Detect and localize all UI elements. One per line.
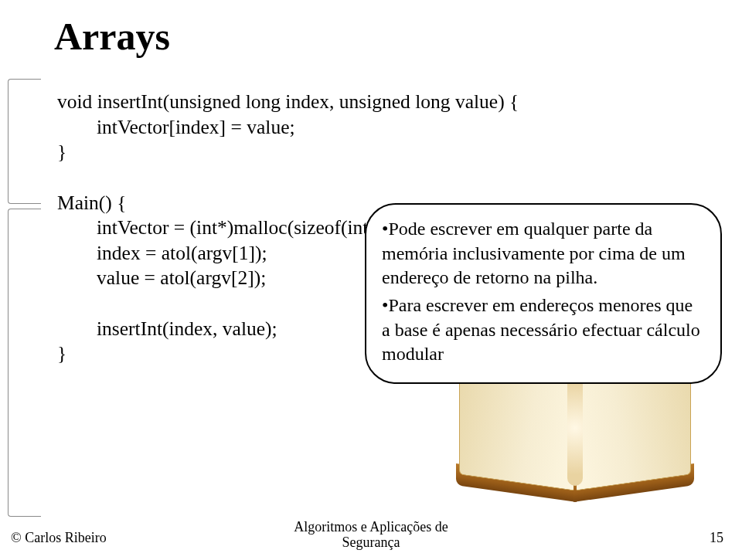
footer-author: © Carlos Ribeiro <box>11 530 107 546</box>
book-spine <box>567 370 583 486</box>
slide: Arrays void insertInt(unsigned long inde… <box>0 0 742 560</box>
footer: © Carlos Ribeiro Algoritmos e Aplicações… <box>0 521 742 552</box>
callout-paragraph-1: •Pode escrever em qualquer parte da memó… <box>382 217 705 290</box>
code-line: intVector[index] = value; <box>57 116 295 138</box>
code-line: void insertInt(unsigned long index, unsi… <box>57 90 519 113</box>
sidebar-decoration <box>0 79 40 517</box>
code-line: } <box>57 141 66 163</box>
callout-box: •Pode escrever em qualquer parte da memó… <box>365 203 722 384</box>
footer-title: Algoritmos e Aplicações deSegurança <box>294 519 448 551</box>
book-page-left <box>459 365 574 491</box>
code-line: index = atol(argv[1]); <box>57 242 267 264</box>
footer-page-number: 15 <box>710 530 723 546</box>
code-line: Main() { <box>57 192 126 214</box>
book-page-right <box>577 365 691 491</box>
code-line: value = atol(argv[2]); <box>57 266 266 289</box>
callout-paragraph-2: •Para escrever em endereços menores que … <box>382 294 705 367</box>
slide-title: Arrays <box>54 14 170 59</box>
code-line: } <box>57 342 66 365</box>
code-line: insertInt(index, value); <box>57 317 277 340</box>
